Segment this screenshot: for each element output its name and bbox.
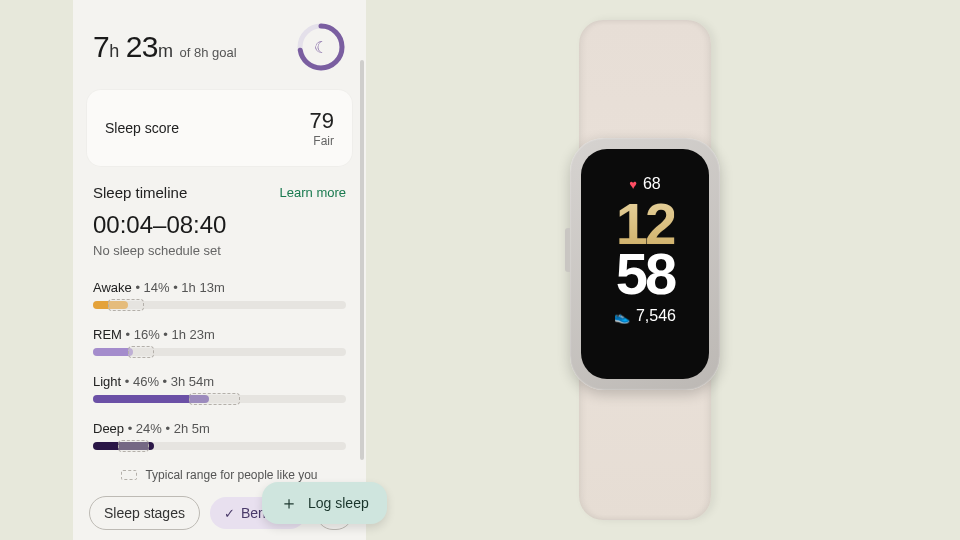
heart-icon: ♥	[629, 177, 637, 192]
sleep-goal-ring[interactable]: ☾	[296, 22, 346, 72]
sleep-duration: 7h 23m of 8h goal	[93, 30, 237, 64]
stage-row[interactable]: Light • 46% • 3h 54m	[93, 374, 346, 403]
goal-text: of 8h goal	[179, 45, 236, 60]
check-icon: ✓	[224, 506, 235, 521]
sleep-score-rating: Fair	[310, 134, 334, 148]
stage-typical-range	[118, 440, 148, 452]
watch-clock: 12 58	[616, 199, 675, 299]
stage-name: Deep	[93, 421, 124, 436]
stage-bar	[93, 442, 346, 450]
stage-bar	[93, 301, 346, 309]
stage-detail: • 14% • 1h 13m	[132, 280, 225, 295]
no-schedule-text: No sleep schedule set	[93, 243, 346, 258]
typical-range-icon	[121, 470, 137, 480]
device-side-button	[565, 228, 570, 272]
log-sleep-label: Log sleep	[308, 495, 369, 511]
typical-range-label: Typical range for people like you	[145, 468, 317, 482]
sleep-screen: 7h 23m of 8h goal ☾ Sleep score 79 Fair …	[73, 0, 366, 540]
hours-unit: h	[109, 41, 119, 61]
timeline-range: 00:04–08:40	[93, 211, 346, 239]
stage-name: REM	[93, 327, 122, 342]
plus-icon: ＋	[280, 494, 298, 512]
footsteps-icon: 👟	[614, 309, 630, 324]
clock-minutes: 58	[616, 249, 675, 299]
learn-more-link[interactable]: Learn more	[280, 185, 346, 200]
stage-bar-fill	[93, 348, 133, 356]
minutes-value: 23	[126, 30, 158, 63]
stage-name: Light	[93, 374, 121, 389]
typical-range-legend: Typical range for people like you	[93, 468, 346, 482]
sleep-score-value: 79	[310, 108, 334, 134]
sleep-score-card[interactable]: Sleep score 79 Fair	[87, 90, 352, 166]
chip-sleep-stages[interactable]: Sleep stages	[89, 496, 200, 530]
stage-bar	[93, 348, 346, 356]
hours-value: 7	[93, 30, 109, 63]
sleep-score-value-block: 79 Fair	[310, 108, 334, 148]
steps-row: 👟 7,546	[614, 307, 676, 325]
stage-detail: • 46% • 3h 54m	[121, 374, 214, 389]
sleep-score-label: Sleep score	[105, 120, 179, 136]
watch-case: ♥ 68 12 58 👟 7,546	[570, 138, 720, 390]
watch-screen: ♥ 68 12 58 👟 7,546	[581, 149, 709, 379]
stage-detail: • 16% • 1h 23m	[122, 327, 215, 342]
stage-bar	[93, 395, 346, 403]
summary-row: 7h 23m of 8h goal ☾	[73, 10, 366, 90]
moon-icon: ☾	[314, 38, 328, 57]
timeline-title: Sleep timeline	[93, 184, 187, 201]
stage-typical-range	[108, 299, 143, 311]
stage-typical-range	[189, 393, 240, 405]
fitness-tracker-device: ♥ 68 12 58 👟 7,546	[560, 20, 730, 520]
sleep-timeline-section: Sleep timeline Learn more 00:04–08:40 No…	[73, 166, 366, 482]
stage-typical-range	[128, 346, 153, 358]
stage-bars: Awake • 14% • 1h 13mREM • 16% • 1h 23mLi…	[93, 280, 346, 450]
minutes-unit: m	[158, 41, 173, 61]
stage-row[interactable]: REM • 16% • 1h 23m	[93, 327, 346, 356]
stage-row[interactable]: Deep • 24% • 2h 5m	[93, 421, 346, 450]
stage-name: Awake	[93, 280, 132, 295]
stage-detail: • 24% • 2h 5m	[124, 421, 210, 436]
stage-row[interactable]: Awake • 14% • 1h 13m	[93, 280, 346, 309]
log-sleep-button[interactable]: ＋ Log sleep	[262, 482, 387, 524]
steps-value: 7,546	[636, 307, 676, 325]
scrollbar[interactable]	[360, 60, 364, 460]
